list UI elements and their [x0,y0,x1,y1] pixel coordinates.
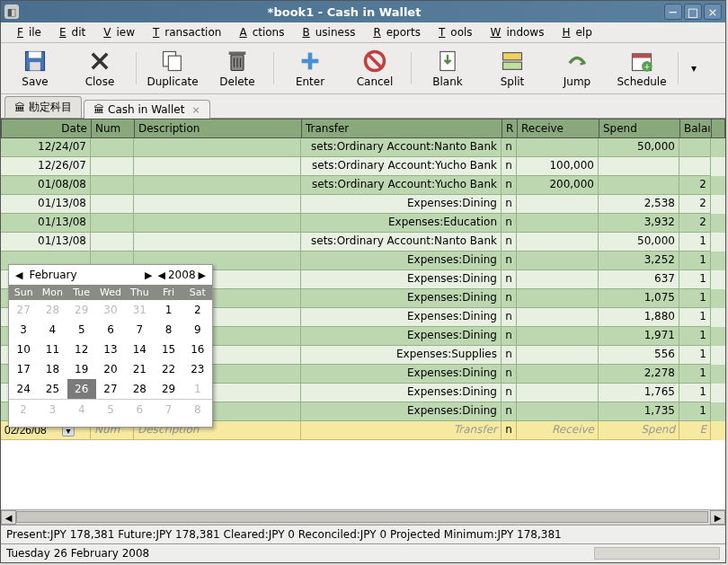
calendar-day[interactable]: 6 [125,400,154,419]
calendar-day[interactable]: 7 [125,320,154,340]
cell-transfer[interactable]: Expenses:Dining [301,384,502,402]
calendar-day[interactable]: 21 [125,359,154,379]
cell-balance[interactable]: 1 [679,384,711,402]
cell-balance[interactable]: 1 [679,327,711,346]
cell-date[interactable]: 01/13/08 [1,233,91,252]
cell-balance[interactable]: 2 [679,176,711,195]
cell-spend[interactable]: 50,000 [599,138,679,157]
split-button[interactable]: Split [484,47,541,90]
cell-balance[interactable]: 1 [679,233,711,252]
cell-spend[interactable]: 1,880 [599,308,679,327]
cell-receive[interactable] [517,252,599,270]
cell-spend[interactable]: 2,538 [599,195,679,214]
calendar-day[interactable]: 29 [67,300,96,320]
header-reconcile[interactable]: R [502,119,518,137]
calendar-day[interactable]: 31 [125,300,154,320]
jump-button[interactable]: Jump [548,47,606,90]
cell-receive[interactable] [517,402,599,421]
calendar-day[interactable]: 26 [67,379,96,399]
cancel-button[interactable]: Cancel [346,47,404,90]
cell-num[interactable] [91,157,134,176]
cell-balance[interactable]: 2 [679,195,711,214]
cell-receive[interactable] [517,365,599,384]
cell-transfer[interactable]: Expenses:Supplies [301,346,502,365]
calendar-day[interactable]: 3 [9,320,38,340]
calendar-day[interactable]: 30 [96,300,125,320]
tab-accounts[interactable]: 🏛勘定科目 [4,96,82,118]
cell-reconcile[interactable]: n [502,157,517,176]
cell-transfer[interactable]: Expenses:Dining [301,195,502,214]
calendar-day[interactable]: 1 [154,300,182,320]
cell-balance[interactable]: 1 [679,289,711,308]
header-transfer[interactable]: Transfer [302,119,502,137]
cell-receive[interactable] [517,138,599,157]
prev-month-button[interactable]: ◀ [13,269,25,281]
calendar-day[interactable]: 15 [154,340,182,359]
calendar-day[interactable]: 22 [154,359,182,379]
duplicate-button[interactable]: Duplicate [144,47,201,90]
cell-desc[interactable] [134,233,301,252]
cell-num[interactable] [91,176,134,195]
toolbar-overflow-button[interactable]: ▾ [686,60,702,76]
cell-reconcile[interactable]: n [502,214,517,233]
prev-year-button[interactable]: ◀ [155,269,168,281]
menu-edit[interactable]: Edit [49,24,91,40]
cell-date[interactable]: 01/13/08 [1,195,91,214]
menu-file[interactable]: File [6,24,47,40]
calendar-day[interactable]: 1 [183,379,212,399]
calendar-day[interactable]: 17 [9,359,38,379]
table-row[interactable]: 01/08/08sets:Ordinary Account:Yucho Bank… [1,176,725,195]
cell-receive[interactable] [517,289,599,308]
cell-spend[interactable]: 3,252 [599,252,679,270]
enter-button[interactable]: Enter [281,47,339,90]
next-month-button[interactable]: ▶ [142,269,155,281]
menu-tools[interactable]: Tools [428,24,478,40]
cell-date[interactable]: 12/26/07 [1,157,91,176]
cell-receive[interactable] [517,270,599,289]
cell-receive[interactable] [517,233,599,252]
cell-balance[interactable]: 1 [679,402,711,421]
next-year-button[interactable]: ▶ [196,269,209,281]
cell-balance[interactable]: 2 [679,214,711,233]
calendar-day[interactable]: 3 [38,400,67,419]
cell-transfer[interactable]: Expenses:Dining [301,365,502,384]
scroll-left-button[interactable]: ◀ [1,510,16,525]
cell-balance[interactable] [679,157,711,176]
calendar-day[interactable]: 5 [67,320,96,340]
cell-receive[interactable]: Receive [517,421,599,440]
calendar-day[interactable]: 12 [67,340,96,359]
cell-balance[interactable] [679,138,711,157]
tab-cash-in-wallet[interactable]: 🏛Cash in Wallet× [84,100,210,119]
calendar-day[interactable]: 8 [183,400,212,419]
cell-balance[interactable]: E [679,421,711,440]
table-row[interactable]: 12/24/07sets:Ordinary Account:Nanto Bank… [1,138,725,157]
cell-reconcile[interactable]: n [502,252,517,270]
date-picker[interactable]: ◀ February ▶ ◀ 2008 ▶ SunMonTueWedThuFri… [8,264,213,428]
cell-reconcile[interactable]: n [502,421,517,440]
cell-balance[interactable]: 1 [679,308,711,327]
calendar-day[interactable]: 24 [9,379,38,399]
delete-button[interactable]: Delete [209,47,266,90]
cell-desc[interactable] [134,138,301,157]
titlebar[interactable]: ◧ *book1 - Cash in Wallet − □ × [1,1,725,22]
menu-reports[interactable]: Reports [362,24,426,40]
calendar-day[interactable]: 16 [183,340,212,359]
calendar-day[interactable]: 25 [38,379,67,399]
cell-reconcile[interactable]: n [502,289,517,308]
cell-reconcile[interactable]: n [502,346,517,365]
maximize-button[interactable]: □ [684,4,702,20]
cell-reconcile[interactable]: n [502,365,517,384]
calendar-day[interactable]: 18 [38,359,67,379]
calendar-day[interactable]: 13 [96,340,125,359]
blank-button[interactable]: Blank [419,47,476,90]
scroll-right-button[interactable]: ▶ [710,510,725,525]
calendar-day[interactable]: 4 [38,320,67,340]
menu-transaction[interactable]: Transaction [142,24,226,40]
cell-receive[interactable] [517,214,599,233]
cell-reconcile[interactable]: n [502,195,517,214]
cell-transfer[interactable]: Expenses:Dining [301,308,502,327]
cell-reconcile[interactable]: n [502,308,517,327]
cell-receive[interactable] [517,195,599,214]
calendar-day[interactable]: 6 [96,320,125,340]
cell-spend[interactable]: Spend [599,421,679,440]
